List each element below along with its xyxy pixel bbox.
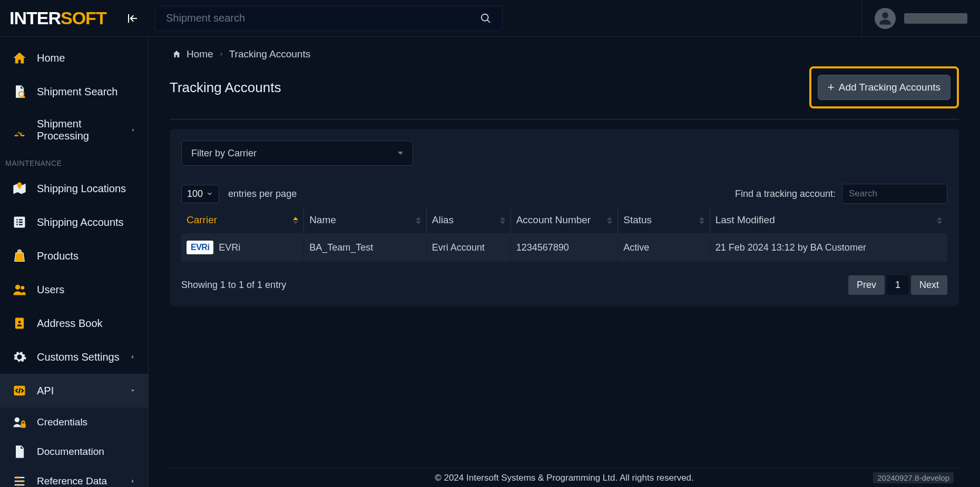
main-content: Home Tracking Accounts Tracking Accounts…: [149, 37, 980, 487]
cell-account-number: 1234567890: [511, 233, 618, 262]
add-button-label: Add Tracking Accounts: [839, 82, 940, 93]
nav-label: Address Book: [37, 317, 103, 330]
carrier-cell: EVRi EVRi: [187, 241, 298, 254]
username-redacted: [904, 13, 967, 24]
svg-point-8: [15, 418, 19, 422]
chevron-down-icon: [129, 387, 136, 394]
entries-value: 100: [187, 188, 203, 200]
cell-last-modified: 21 Feb 2024 13:12 by BA Customer: [710, 233, 947, 262]
shipment-search-box[interactable]: [155, 6, 503, 31]
pager-page-1-button[interactable]: 1: [887, 275, 909, 295]
document-icon: [12, 444, 27, 459]
api-submenu: Credentials Documentation Reference Data: [0, 408, 148, 487]
svg-rect-9: [21, 423, 25, 428]
copyright: © 2024 Intersoft Systems & Programming L…: [435, 473, 694, 483]
nav-label: Home: [37, 52, 65, 64]
entries-per-page-select[interactable]: 100: [181, 185, 219, 203]
entries-control: 100 entries per page: [181, 185, 297, 203]
nav-shipment-processing[interactable]: Shipment Processing: [0, 108, 148, 152]
nav-credentials[interactable]: Credentials: [0, 408, 148, 437]
shipment-search-input[interactable]: [166, 12, 480, 24]
pager-next-button[interactable]: Next: [911, 275, 947, 295]
table-controls: 100 entries per page Find a tracking acc…: [181, 184, 947, 204]
nav-reference-data[interactable]: Reference Data: [0, 466, 148, 487]
chevron-right-icon: [219, 52, 224, 57]
home-icon: [12, 51, 27, 65]
topbar: INTERSOFT: [0, 0, 980, 37]
nav-home[interactable]: Home: [0, 41, 148, 75]
pager-prev-button[interactable]: Prev: [848, 275, 885, 295]
chevron-right-icon: [129, 353, 136, 361]
svg-point-0: [22, 53, 25, 56]
nav-label: Products: [37, 250, 79, 262]
users-icon: [12, 282, 27, 297]
plus-icon: +: [828, 82, 835, 93]
filter-by-carrier-select[interactable]: Filter by Carrier: [181, 141, 413, 166]
nav-shipping-locations[interactable]: Shipping Locations: [0, 172, 148, 205]
map-pin-icon: [12, 181, 27, 196]
nav-label: Documentation: [37, 446, 104, 458]
nav-products[interactable]: Products: [0, 239, 148, 273]
version-badge: 20240927.8-develop: [873, 472, 954, 483]
cell-name: BA_Team_Test: [304, 233, 427, 262]
svg-point-4: [21, 286, 24, 290]
nav-label: Shipment Search: [37, 86, 117, 98]
nav-documentation[interactable]: Documentation: [0, 437, 148, 466]
add-tracking-accounts-button[interactable]: + Add Tracking Accounts: [818, 75, 950, 100]
col-name[interactable]: Name: [304, 208, 427, 233]
nav-label: Customs Settings: [37, 351, 120, 363]
nav-shipping-accounts[interactable]: Shipping Accounts: [0, 205, 148, 239]
chevron-right-icon: [130, 126, 136, 134]
logo-part1: INTER: [9, 8, 61, 28]
col-alias[interactable]: Alias: [426, 208, 511, 233]
nav-api[interactable]: API: [0, 374, 148, 408]
page-header: Tracking Accounts + Add Tracking Account…: [170, 66, 959, 120]
nav-label: Shipment Processing: [37, 118, 121, 142]
nav-customs-settings[interactable]: Customs Settings: [0, 340, 148, 374]
col-account-number[interactable]: Account Number: [511, 208, 618, 233]
caret-down-icon: [398, 152, 403, 155]
logo-part2: SOFT: [61, 8, 106, 28]
pager: Prev 1 Next: [848, 275, 947, 295]
nav-label: Shipping Locations: [37, 183, 126, 195]
svg-point-12: [17, 484, 19, 486]
collapse-sidebar-icon[interactable]: [126, 12, 139, 25]
filter-label: Filter by Carrier: [191, 148, 257, 159]
logo: INTERSOFT: [9, 8, 106, 28]
credentials-icon: [12, 415, 27, 430]
carrier-logo: EVRi: [187, 241, 213, 254]
breadcrumb-current: Tracking Accounts: [229, 48, 311, 60]
nav-users[interactable]: Users: [0, 273, 148, 306]
list-icon: [12, 215, 27, 230]
col-carrier[interactable]: Carrier: [181, 208, 304, 233]
search-icon[interactable]: [480, 13, 492, 24]
nav-address-book[interactable]: Address Book: [0, 306, 148, 340]
document-search-icon: [12, 84, 27, 99]
find-label: Find a tracking account:: [735, 188, 836, 200]
chevron-down-icon: [206, 190, 213, 197]
breadcrumb-home[interactable]: Home: [187, 48, 213, 60]
cell-status: Active: [618, 233, 710, 262]
table-row[interactable]: EVRi EVRi BA_Team_Test Evri Account 1234…: [181, 233, 947, 262]
user-menu[interactable]: [861, 0, 980, 36]
chevron-right-icon: [129, 478, 136, 485]
table-footer: Showing 1 to 1 of 1 entry Prev 1 Next: [181, 275, 947, 295]
address-book-icon: [12, 316, 27, 331]
svg-point-6: [18, 321, 21, 323]
nav-label: Reference Data: [37, 475, 107, 487]
carrier-name: EVRi: [219, 242, 240, 253]
api-icon: [12, 383, 27, 398]
nav-label: Users: [37, 284, 64, 296]
svg-point-11: [21, 480, 23, 483]
cell-alias: Evri Account: [426, 233, 511, 262]
nav-shipment-search[interactable]: Shipment Search: [0, 75, 148, 108]
col-status[interactable]: Status: [618, 208, 710, 233]
nav-label: API: [37, 385, 54, 397]
home-icon: [172, 49, 181, 59]
find-account-input[interactable]: [842, 184, 947, 204]
content-card: Filter by Carrier 100 entries per page F…: [170, 129, 959, 306]
footer: © 2024 Intersoft Systems & Programming L…: [170, 468, 959, 487]
processing-icon: [12, 123, 27, 137]
showing-text: Showing 1 to 1 of 1 entry: [181, 280, 286, 291]
col-last-modified[interactable]: Last Modified: [710, 208, 947, 233]
